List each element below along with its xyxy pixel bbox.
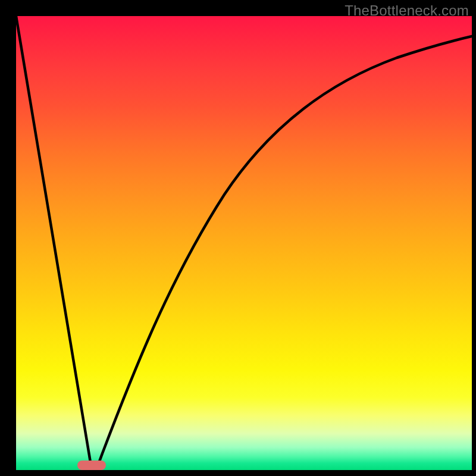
- minimum-marker: [77, 461, 106, 470]
- watermark-text: TheBottleneck.com: [345, 2, 469, 19]
- plot-area: [16, 16, 472, 470]
- score-curve: [16, 16, 472, 466]
- curve-layer: [16, 16, 472, 470]
- chart-frame: TheBottleneck.com: [0, 0, 476, 476]
